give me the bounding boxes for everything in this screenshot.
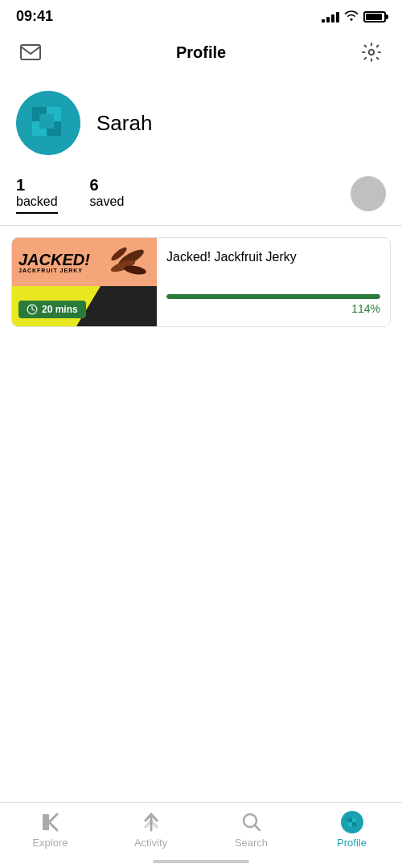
- search-label: Search: [235, 837, 268, 849]
- divider: [0, 225, 402, 226]
- backed-count: 1: [16, 176, 58, 194]
- stats-row: 1 backed 6 saved: [0, 163, 402, 214]
- progress-label: 114%: [166, 302, 380, 315]
- campaign-thumbnail: JACKED! JACKFRUIT JERKY 20 mins: [12, 238, 157, 326]
- search-icon: [240, 811, 263, 833]
- activity-label: Activity: [134, 837, 167, 849]
- profile-section: Sarah: [0, 75, 402, 163]
- explore-label: Explore: [32, 837, 68, 849]
- nav-item-profile[interactable]: Profile: [324, 811, 380, 849]
- svg-rect-19: [352, 822, 356, 826]
- saved-stat[interactable]: 6 saved: [90, 176, 125, 209]
- home-indicator: [153, 860, 249, 863]
- signal-icon: [322, 11, 339, 23]
- progress-fill: [166, 294, 380, 299]
- backed-label: backed: [16, 194, 58, 214]
- mail-button[interactable]: [16, 38, 45, 67]
- status-bar: 09:41: [0, 0, 402, 30]
- activity-icon: [140, 811, 162, 833]
- backed-stat[interactable]: 1 backed: [16, 176, 58, 214]
- nav-item-explore[interactable]: Explore: [23, 811, 79, 849]
- bottom-nav: Explore Activity Search: [0, 802, 402, 868]
- status-time: 09:41: [16, 8, 53, 25]
- campaign-info: Jacked! Jackfruit Jerky 114%: [157, 238, 390, 326]
- profile-photo-circle: [351, 176, 386, 211]
- wifi-icon: [344, 10, 359, 23]
- saved-label: saved: [90, 194, 125, 209]
- thumb-top: JACKED! JACKFRUIT JERKY: [12, 238, 157, 286]
- time-badge: 20 mins: [18, 301, 86, 318]
- svg-rect-0: [21, 45, 40, 59]
- profile-label: Profile: [337, 837, 367, 849]
- campaign-card[interactable]: JACKED! JACKFRUIT JERKY 20 mins Jacked! …: [11, 237, 391, 327]
- progress-track: [166, 294, 380, 299]
- nav-item-search[interactable]: Search: [224, 811, 280, 849]
- profile-name: Sarah: [96, 111, 152, 136]
- status-icons: [322, 10, 386, 23]
- svg-rect-7: [39, 114, 54, 129]
- profile-nav-icon: [341, 811, 363, 833]
- svg-point-1: [369, 50, 375, 55]
- settings-button[interactable]: [357, 38, 386, 67]
- campaign-title: Jacked! Jackfruit Jerky: [166, 249, 380, 266]
- battery-icon: [363, 11, 386, 23]
- avatar: [16, 91, 80, 155]
- svg-rect-18: [347, 822, 351, 826]
- header: Profile: [0, 30, 402, 75]
- explore-icon: [39, 811, 62, 833]
- svg-rect-17: [352, 818, 356, 822]
- nav-items: Explore Activity Search: [0, 811, 402, 849]
- page-title: Profile: [176, 43, 226, 62]
- progress-container: 114%: [166, 294, 380, 315]
- svg-rect-16: [347, 818, 351, 822]
- nav-item-activity[interactable]: Activity: [123, 811, 179, 849]
- saved-count: 6: [90, 176, 125, 194]
